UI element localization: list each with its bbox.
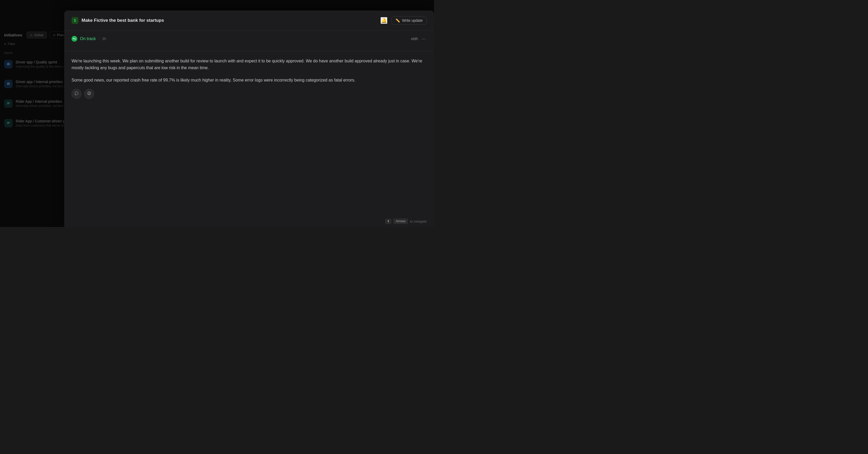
modal-content: We're launching this week. We plan on su…: [64, 51, 434, 227]
modal-title: Make Fictive the best bank for startups: [82, 18, 377, 23]
modal-panel: $ Make Fictive the best bank for startup…: [64, 10, 434, 227]
nav-hint: ⬆ Arrows to navigate: [385, 219, 427, 224]
edit-icon: ✏️: [396, 18, 400, 23]
more-options-button[interactable]: ···: [421, 36, 427, 42]
modal-header: $ Make Fictive the best bank for startup…: [64, 10, 434, 31]
modal-header-actions: 🔔 ✏️ Write update: [380, 16, 427, 25]
bell-icon: 🔔: [381, 18, 387, 23]
nav-arrow-icon: ⬆: [385, 219, 391, 224]
action-row: [71, 89, 427, 99]
notification-bell-button[interactable]: 🔔: [380, 17, 388, 24]
content-paragraph-2: Some good news, our reported crash free …: [71, 77, 427, 84]
write-update-button[interactable]: ✏️ Write update: [392, 16, 427, 25]
svg-point-10: [90, 93, 90, 93]
content-paragraph-1: We're launching this week. We plan on su…: [71, 58, 427, 71]
ontrack-status-icon: [71, 36, 77, 42]
nav-hint-suffix: to navigate: [410, 219, 427, 223]
more-dots-icon: ···: [422, 36, 426, 41]
write-update-label: Write update: [402, 18, 423, 23]
comment-icon: [74, 91, 79, 96]
status-author: eldh: [411, 37, 418, 41]
emoji-react-button[interactable]: [84, 89, 94, 99]
emoji-icon: [87, 91, 91, 96]
status-label: On track: [80, 36, 96, 41]
status-row: On track · 3h eldh ···: [71, 36, 427, 42]
comment-button[interactable]: [71, 89, 82, 99]
svg-point-9: [88, 93, 89, 93]
status-separator: ·: [98, 37, 99, 41]
nav-arrows-key: Arrows: [393, 219, 408, 224]
modal-dollar-icon: $: [71, 17, 79, 24]
status-time: 3h: [102, 37, 106, 41]
status-section: On track · 3h eldh ···: [64, 31, 434, 51]
